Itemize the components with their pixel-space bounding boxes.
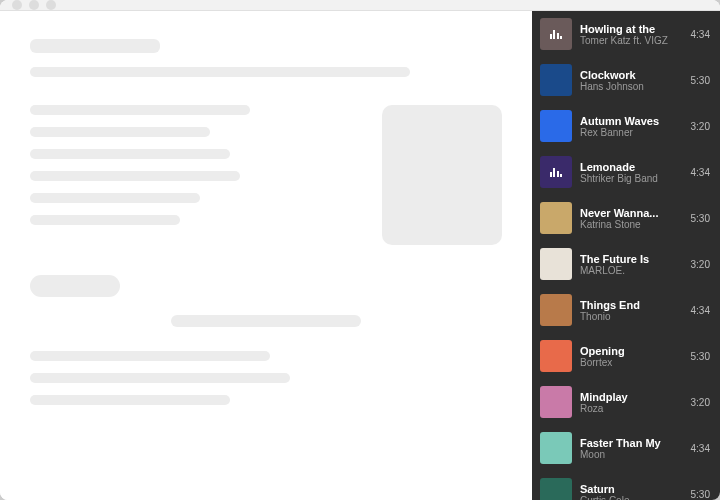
track-art xyxy=(540,156,572,188)
now-playing-bars-icon xyxy=(550,167,563,177)
traffic-light-zoom[interactable] xyxy=(46,0,56,10)
track-art xyxy=(540,478,572,500)
track-meta: The Future IsMARLOE. xyxy=(580,253,683,276)
track-artist: Rex Banner xyxy=(580,127,683,138)
track-art xyxy=(540,64,572,96)
track-duration: 3:20 xyxy=(691,397,710,408)
queue-track[interactable]: Autumn WavesRex Banner3:20 xyxy=(532,103,720,149)
track-duration: 5:30 xyxy=(691,213,710,224)
queue-track[interactable]: Howling at theTomer Katz ft. VIGZ4:34 xyxy=(532,11,720,57)
queue-track[interactable]: MindplayRoza3:20 xyxy=(532,379,720,425)
track-artist: Hans Johnson xyxy=(580,81,683,92)
track-title: Autumn Waves xyxy=(580,115,683,127)
track-meta: MindplayRoza xyxy=(580,391,683,414)
queue-panel[interactable]: Howling at theTomer Katz ft. VIGZ4:34Clo… xyxy=(532,11,720,500)
track-duration: 5:30 xyxy=(691,75,710,86)
track-duration: 5:30 xyxy=(691,489,710,500)
track-artist: Shtriker Big Band xyxy=(580,173,683,184)
queue-track[interactable]: Never Wanna...Katrina Stone5:30 xyxy=(532,195,720,241)
app-window: Howling at theTomer Katz ft. VIGZ4:34Clo… xyxy=(0,0,720,500)
track-title: Opening xyxy=(580,345,683,357)
track-art xyxy=(540,110,572,142)
track-meta: Things EndThonio xyxy=(580,299,683,322)
track-art xyxy=(540,340,572,372)
track-art xyxy=(540,248,572,280)
track-artist: Borrtex xyxy=(580,357,683,368)
track-meta: Never Wanna...Katrina Stone xyxy=(580,207,683,230)
traffic-light-close[interactable] xyxy=(12,0,22,10)
track-duration: 3:20 xyxy=(691,121,710,132)
track-title: Howling at the xyxy=(580,23,683,35)
content-skeleton xyxy=(0,11,532,500)
track-artist: Curtis Cole xyxy=(580,495,683,501)
track-meta: LemonadeShtriker Big Band xyxy=(580,161,683,184)
track-art xyxy=(540,202,572,234)
track-artist: Tomer Katz ft. VIGZ xyxy=(580,35,683,46)
track-title: Lemonade xyxy=(580,161,683,173)
titlebar xyxy=(0,0,720,11)
track-title: Things End xyxy=(580,299,683,311)
track-title: Clockwork xyxy=(580,69,683,81)
track-meta: Howling at theTomer Katz ft. VIGZ xyxy=(580,23,683,46)
track-title: The Future Is xyxy=(580,253,683,265)
track-artist: Thonio xyxy=(580,311,683,322)
track-duration: 4:34 xyxy=(691,443,710,454)
track-meta: SaturnCurtis Cole xyxy=(580,483,683,501)
queue-track[interactable]: LemonadeShtriker Big Band4:34 xyxy=(532,149,720,195)
queue-track[interactable]: OpeningBorrtex5:30 xyxy=(532,333,720,379)
track-meta: OpeningBorrtex xyxy=(580,345,683,368)
queue-track[interactable]: ClockworkHans Johnson5:30 xyxy=(532,57,720,103)
track-art xyxy=(540,432,572,464)
track-duration: 3:20 xyxy=(691,259,710,270)
track-title: Never Wanna... xyxy=(580,207,683,219)
track-artist: Katrina Stone xyxy=(580,219,683,230)
track-meta: Autumn WavesRex Banner xyxy=(580,115,683,138)
track-duration: 4:34 xyxy=(691,305,710,316)
track-art xyxy=(540,294,572,326)
queue-track[interactable]: Things EndThonio4:34 xyxy=(532,287,720,333)
track-duration: 4:34 xyxy=(691,29,710,40)
track-meta: Faster Than MyMoon xyxy=(580,437,683,460)
queue-track[interactable]: The Future IsMARLOE.3:20 xyxy=(532,241,720,287)
queue-track[interactable]: Faster Than MyMoon4:34 xyxy=(532,425,720,471)
track-title: Saturn xyxy=(580,483,683,495)
track-art xyxy=(540,386,572,418)
track-title: Faster Than My xyxy=(580,437,683,449)
track-artist: MARLOE. xyxy=(580,265,683,276)
track-artist: Moon xyxy=(580,449,683,460)
queue-track[interactable]: SaturnCurtis Cole5:30 xyxy=(532,471,720,500)
track-artist: Roza xyxy=(580,403,683,414)
track-title: Mindplay xyxy=(580,391,683,403)
track-duration: 4:34 xyxy=(691,167,710,178)
traffic-light-minimize[interactable] xyxy=(29,0,39,10)
main-body: Howling at theTomer Katz ft. VIGZ4:34Clo… xyxy=(0,11,720,500)
track-art xyxy=(540,18,572,50)
track-duration: 5:30 xyxy=(691,351,710,362)
track-meta: ClockworkHans Johnson xyxy=(580,69,683,92)
now-playing-bars-icon xyxy=(550,29,563,39)
